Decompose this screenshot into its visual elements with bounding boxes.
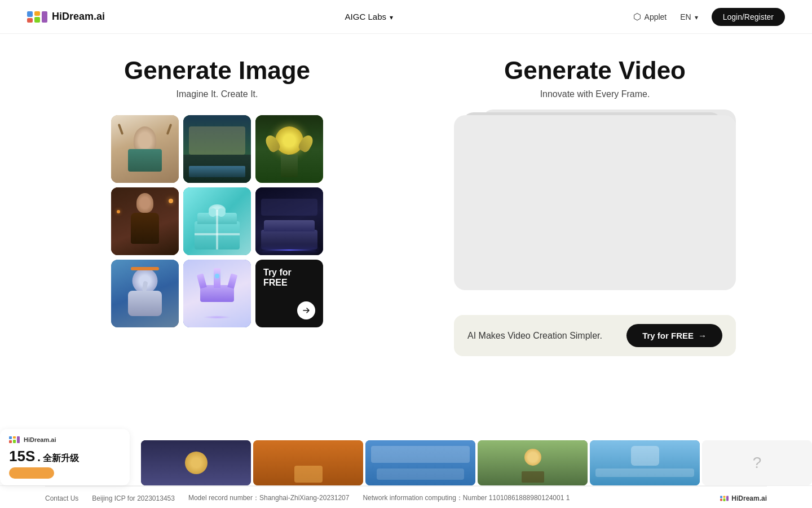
logo-text: HiDream.ai [52, 11, 105, 23]
generate-video-section: Generate Video Innovate with Every Frame… [423, 56, 767, 406]
arrow-right-icon: → [698, 331, 707, 340]
try-label: Try for FREE [263, 268, 315, 288]
svg-rect-14 [726, 496, 729, 501]
widget-logo-row: HiDream.ai [9, 436, 121, 444]
svg-rect-9 [17, 436, 20, 443]
generate-image-section: Generate Image Imagine It. Create It. [45, 56, 389, 406]
svg-rect-4 [42, 11, 47, 23]
gallery-image-6[interactable] [255, 187, 323, 255]
footer-links: Contact Us Beijing ICP for 2023013453 Mo… [45, 493, 570, 503]
footer-logo: HiDream.ai [720, 494, 767, 502]
try-for-free-cell[interactable]: Try for FREE [255, 260, 323, 327]
main-content: Generate Image Imagine It. Create It. [0, 34, 812, 429]
preview-card-3 [365, 440, 475, 485]
preview-card-1 [141, 440, 251, 485]
footer-bottom: Contact Us Beijing ICP for 2023013453 Mo… [45, 486, 767, 508]
preview-card-5 [590, 440, 700, 485]
svg-rect-8 [13, 440, 16, 443]
gallery-image-3[interactable] [255, 115, 323, 183]
svg-rect-2 [34, 11, 40, 16]
main-nav: AIGC Labs [338, 8, 400, 25]
gallery-image-4[interactable] [111, 187, 179, 255]
gallery-image-2[interactable] [183, 115, 251, 183]
widget-content: 15S . 全新升级 [9, 448, 121, 479]
header: HiDream.ai AIGC Labs ⬡ Applet EN Login/R… [0, 0, 812, 34]
network-info-link[interactable]: Network information computing：Number 110… [363, 493, 570, 503]
footer: Contact Us Beijing ICP for 2023013453 Mo… [0, 485, 812, 508]
contact-us-link[interactable]: Contact Us [45, 494, 78, 502]
widget-logo-text: HiDream.ai [24, 436, 56, 443]
svg-rect-6 [9, 440, 12, 443]
applet-button[interactable]: ⬡ Applet [633, 11, 667, 22]
widget-counter: 15S [9, 448, 35, 465]
model-record-link[interactable]: Model record number：Shanghai-ZhiXiang-20… [188, 493, 350, 503]
try-arrow-icon [297, 301, 315, 319]
logo-icon [27, 10, 47, 24]
video-bottom-bar: AI Makes Video Creation Simpler. Try for… [454, 315, 736, 356]
svg-rect-0 [27, 11, 33, 17]
widget-separator: . [37, 451, 41, 464]
svg-rect-10 [720, 496, 722, 498]
svg-rect-13 [723, 498, 726, 501]
gallery-image-1[interactable] [111, 115, 179, 183]
widget-update-text: 全新升级 [43, 453, 79, 465]
login-register-button[interactable]: Login/Register [712, 8, 785, 26]
upgrade-widget: HiDream.ai 15S . 全新升级 [0, 429, 130, 485]
video-tagline: AI Makes Video Creation Simpler. [467, 331, 602, 341]
preview-cards-row: ? [141, 440, 812, 485]
preview-card-4 [478, 440, 588, 485]
generate-video-subtitle: Innovate with Every Frame. [540, 89, 650, 99]
logo[interactable]: HiDream.ai [27, 10, 105, 24]
preview-card-question: ? [702, 440, 812, 485]
lang-chevron-icon [694, 12, 698, 21]
aigc-labs-nav[interactable]: AIGC Labs [338, 8, 400, 25]
gallery-image-8[interactable] [183, 260, 251, 327]
video-preview-area [454, 115, 736, 290]
image-gallery-grid: Try for FREE [111, 115, 323, 327]
widget-logo-icon [9, 436, 20, 444]
generate-image-subtitle: Imagine It. Create It. [176, 89, 258, 99]
icp-link[interactable]: Beijing ICP for 2023013453 [92, 494, 175, 502]
generate-image-title: Generate Image [124, 56, 310, 85]
generate-video-title: Generate Video [504, 56, 686, 85]
footer-logo-icon [720, 496, 729, 501]
svg-rect-5 [9, 436, 12, 439]
bottom-section: HiDream.ai 15S . 全新升级 [0, 429, 812, 485]
gallery-image-5[interactable] [183, 187, 251, 255]
aigc-chevron-icon [389, 12, 393, 21]
svg-rect-3 [34, 17, 40, 23]
language-selector[interactable]: EN [676, 10, 702, 24]
svg-rect-12 [723, 496, 726, 498]
gallery-image-7[interactable] [111, 260, 179, 327]
video-card-main [454, 115, 736, 290]
applet-icon: ⬡ [633, 11, 641, 22]
preview-card-2 [253, 440, 363, 485]
nav-right: ⬡ Applet EN Login/Register [633, 8, 785, 26]
svg-rect-11 [720, 498, 722, 501]
svg-rect-7 [13, 436, 16, 439]
try-free-video-button[interactable]: Try for FREE → [626, 324, 722, 347]
svg-rect-1 [27, 18, 33, 23]
question-mark-icon: ? [753, 454, 762, 472]
